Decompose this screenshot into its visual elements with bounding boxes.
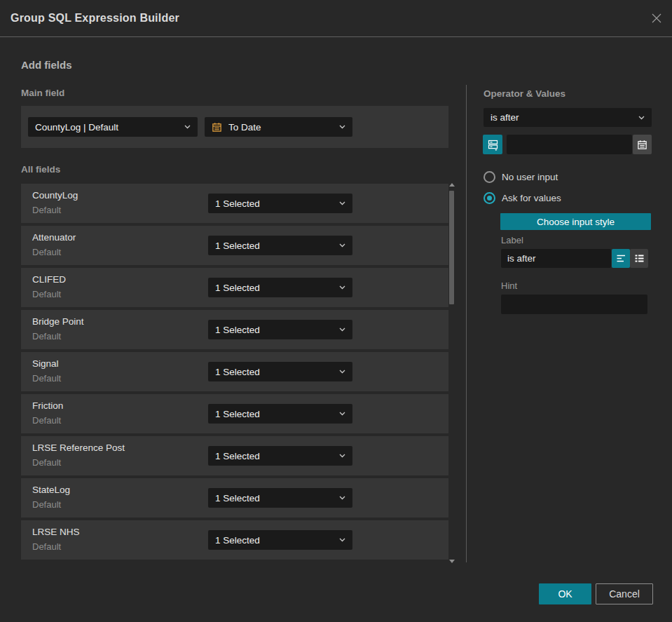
list-style-button[interactable]	[630, 249, 648, 268]
main-field-date-select[interactable]: To Date	[205, 117, 352, 137]
field-selection-dropdown[interactable]: 1 Selected	[208, 278, 352, 297]
dialog-title: Group SQL Expression Builder	[11, 0, 179, 36]
field-name: CountyLog	[32, 190, 78, 201]
close-icon[interactable]	[650, 12, 663, 25]
field-name: Attenuator	[32, 232, 76, 243]
hint-field-label: Hint	[501, 280, 517, 291]
field-selection-value: 1 Selected	[215, 451, 335, 461]
date-picker-button[interactable]	[633, 135, 652, 154]
field-selection-value: 1 Selected	[215, 325, 335, 335]
field-selection-value: 1 Selected	[215, 493, 335, 503]
label-input[interactable]	[501, 249, 611, 268]
field-selection-value: 1 Selected	[215, 241, 335, 251]
chevron-down-icon	[184, 125, 191, 129]
field-row: Attenuator Default 1 Selected	[21, 226, 448, 265]
scrollbar-thumb[interactable]	[449, 191, 454, 304]
field-selection-dropdown[interactable]: 1 Selected	[208, 194, 352, 213]
value-source-toggle-button[interactable]	[483, 135, 502, 154]
list-icon	[634, 254, 645, 263]
chevron-down-icon	[638, 116, 645, 120]
chevron-down-icon	[339, 243, 345, 248]
panel-divider	[466, 85, 467, 562]
field-selection-value: 1 Selected	[215, 198, 335, 209]
field-row: CLIFED Default 1 Selected	[21, 268, 448, 307]
radio-label: Ask for values	[502, 193, 561, 203]
main-field-panel: CountyLog | Default To Date	[21, 106, 448, 148]
field-name: StateLog	[32, 485, 70, 495]
calendar-icon	[637, 140, 647, 150]
dialog-titlebar: Group SQL Expression Builder	[0, 0, 672, 37]
field-selection-dropdown[interactable]: 1 Selected	[208, 320, 352, 339]
field-row: CountyLog Default 1 Selected	[21, 184, 448, 223]
field-selection-dropdown[interactable]: 1 Selected	[208, 362, 352, 381]
chevron-down-icon	[339, 370, 345, 374]
align-left-icon	[616, 254, 626, 263]
field-subtitle: Default	[32, 541, 61, 552]
field-selection-dropdown[interactable]: 1 Selected	[208, 446, 352, 466]
field-name: LRSE Reference Post	[32, 442, 125, 453]
stacked-input-icon	[487, 139, 499, 151]
field-name: CLIFED	[32, 274, 66, 285]
field-name: LRSE NHS	[32, 527, 80, 537]
radio-button[interactable]	[484, 192, 495, 204]
main-field-date-value: To Date	[228, 122, 335, 133]
radio-label: No user input	[502, 172, 558, 182]
group-sql-expression-builder-dialog: Group SQL Expression Builder Add fields …	[0, 0, 672, 622]
calendar-icon	[212, 122, 222, 133]
value-input[interactable]	[507, 135, 632, 154]
choose-input-style-button[interactable]: Choose input style	[500, 213, 651, 230]
radio-ask-for-values[interactable]: Ask for values	[484, 192, 561, 204]
field-selection-dropdown[interactable]: 1 Selected	[208, 404, 352, 424]
scroll-up-arrow-icon[interactable]	[449, 183, 455, 187]
ok-button[interactable]: OK	[539, 583, 591, 604]
field-subtitle: Default	[32, 247, 61, 257]
all-fields-heading: All fields	[21, 164, 60, 175]
cancel-button[interactable]: Cancel	[596, 583, 653, 604]
operator-select[interactable]: is after	[484, 108, 652, 127]
chevron-down-icon	[339, 496, 345, 500]
scroll-down-arrow-icon[interactable]	[449, 560, 455, 563]
radio-no-user-input[interactable]: No user input	[484, 171, 558, 183]
field-selection-dropdown[interactable]: 1 Selected	[208, 488, 352, 508]
field-subtitle: Default	[32, 373, 61, 384]
chevron-down-icon	[339, 454, 345, 458]
main-field-heading: Main field	[21, 88, 64, 98]
chevron-down-icon	[339, 285, 345, 290]
operator-select-value: is after	[491, 112, 634, 123]
field-selection-value: 1 Selected	[215, 367, 335, 377]
field-name: Bridge Point	[32, 316, 84, 327]
all-fields-list: CountyLog Default 1 Selected Attenuator …	[21, 184, 448, 562]
field-row: Bridge Point Default 1 Selected	[21, 310, 448, 349]
field-selection-value: 1 Selected	[215, 283, 335, 293]
field-subtitle: Default	[32, 331, 61, 342]
add-fields-heading: Add fields	[21, 59, 72, 71]
hint-input[interactable]	[501, 295, 647, 314]
field-selection-dropdown[interactable]: 1 Selected	[208, 530, 352, 550]
radio-button[interactable]	[484, 171, 495, 183]
operator-values-heading: Operator & Values	[484, 88, 565, 99]
chevron-down-icon	[339, 327, 345, 332]
field-selection-value: 1 Selected	[215, 535, 335, 546]
field-subtitle: Default	[32, 289, 61, 299]
field-selection-dropdown[interactable]: 1 Selected	[208, 236, 352, 255]
field-row: LRSE NHS Default 1 Selected	[21, 520, 448, 560]
field-subtitle: Default	[32, 415, 61, 426]
scrollbar[interactable]	[448, 182, 456, 564]
label-field-label: Label	[501, 235, 523, 245]
main-field-select[interactable]: CountyLog | Default	[28, 117, 198, 137]
field-row: Friction Default 1 Selected	[21, 394, 448, 433]
field-row: Signal Default 1 Selected	[21, 352, 448, 391]
field-subtitle: Default	[32, 205, 61, 215]
chevron-down-icon	[339, 412, 345, 416]
single-line-style-button[interactable]	[612, 249, 630, 268]
field-name: Friction	[32, 400, 63, 411]
field-subtitle: Default	[32, 457, 61, 468]
chevron-down-icon	[339, 538, 345, 542]
field-subtitle: Default	[32, 499, 61, 510]
chevron-down-icon	[339, 201, 345, 205]
field-row: LRSE Reference Post Default 1 Selected	[21, 436, 448, 475]
chevron-down-icon	[339, 125, 345, 129]
field-row: StateLog Default 1 Selected	[21, 478, 448, 518]
field-name: Signal	[32, 358, 59, 369]
field-selection-value: 1 Selected	[215, 409, 335, 419]
